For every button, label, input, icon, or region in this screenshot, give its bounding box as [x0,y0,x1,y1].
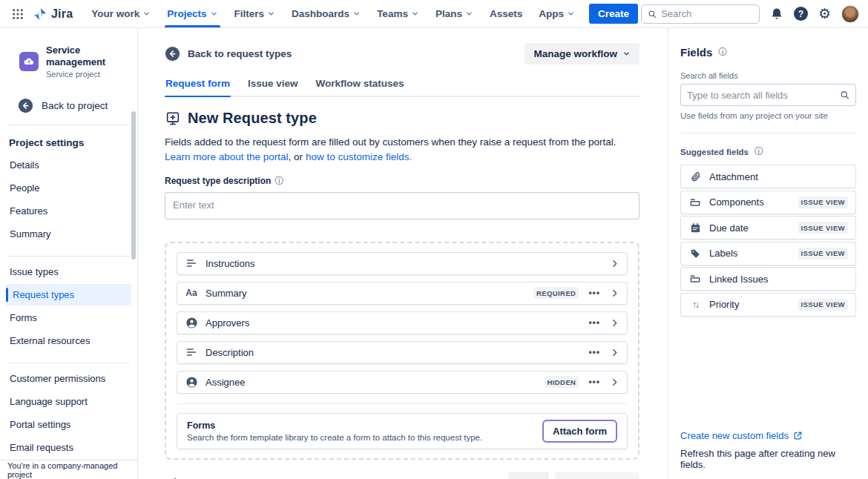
calendar-icon [688,222,702,234]
back-to-project-button[interactable]: Back to project [0,98,137,113]
attachment-icon [688,171,702,182]
project-settings-sidebar: Service management Service project Back … [0,28,138,479]
info-icon[interactable]: ⓘ [754,145,763,158]
save-changes-button[interactable]: Save changes [555,472,640,479]
attach-form-button[interactable]: Attach form [542,420,617,443]
nav-projects[interactable]: Projects [159,0,226,27]
info-icon[interactable]: ⓘ [274,175,283,188]
learn-more-portal-link[interactable]: Learn more about the portal [165,151,289,162]
sidebar-item-request-types[interactable]: Request types [6,284,131,305]
sidebar-item-features[interactable]: Features [6,200,131,222]
expand-chevron-icon[interactable] [610,259,619,268]
suggested-field-components[interactable]: Components ISSUE VIEW [680,191,856,214]
suggested-field-labels[interactable]: Labels ISSUE VIEW [680,242,856,265]
expand-chevron-icon[interactable] [610,318,619,328]
manage-workflow-button[interactable]: Manage workflow [525,43,640,65]
field-row-description[interactable]: Description ••• [177,341,628,364]
issue-view-badge: ISSUE VIEW [798,299,848,311]
back-arrow-icon [165,46,180,62]
tab-request-form[interactable]: Request form [165,78,231,96]
search-all-fields-label: Search all fields [680,71,856,80]
give-feedback-button[interactable]: Give feedback [165,476,249,479]
tab-workflow-statuses[interactable]: Workflow statuses [315,78,405,96]
jira-logo-text: Jira [51,7,73,21]
suggested-field-attachment[interactable]: Attachment [680,165,856,188]
sidebar-item-people[interactable]: People [6,177,131,199]
more-options-button[interactable]: ••• [586,316,602,329]
description-label: Request type description ⓘ [165,175,640,188]
suggested-fields-title: Suggested fields [680,148,749,156]
fields-search-input[interactable] [687,90,840,101]
create-new-custom-fields-link[interactable]: Create new custom fields [680,430,856,441]
request-type-icon [165,110,181,127]
sidebar-item-summary[interactable]: Summary [6,223,131,245]
more-options-button[interactable]: ••• [586,286,602,300]
issue-view-badge: ISSUE VIEW [798,196,848,208]
nav-assets[interactable]: Assets [481,0,530,27]
sidebar-scrollbar[interactable] [131,111,136,260]
nav-your-work[interactable]: Your work [83,0,159,27]
customize-fields-link[interactable]: how to customize fields. [306,151,412,162]
tab-issue-view[interactable]: Issue view [247,78,299,96]
request-type-editor: Back to request types Manage workflow Re… [138,28,668,479]
project-name: Service management [46,44,128,69]
nav-dashboards[interactable]: Dashboards [283,0,369,27]
tag-icon [688,248,702,259]
sidebar-item-external-resources[interactable]: External resources [6,330,131,351]
request-type-description-input[interactable] [165,192,640,219]
expand-chevron-icon[interactable] [610,288,619,298]
nav-filters[interactable]: Filters [226,0,284,27]
sidebar-item-email-requests[interactable]: Email requests [6,437,131,458]
field-row-summary[interactable]: Aa Summary REQUIRED ••• [177,282,628,305]
app-switcher-icon[interactable] [7,4,28,24]
megaphone-icon [165,476,178,479]
create-button[interactable]: Create [589,4,638,24]
user-avatar[interactable] [841,5,859,23]
chevron-down-icon [352,10,361,18]
more-options-button[interactable]: ••• [586,375,602,389]
suggested-field-priority[interactable]: ↑↓ Priority ISSUE VIEW [680,293,856,317]
field-row-approvers[interactable]: Approvers ••• [177,311,628,334]
chevron-down-icon [465,10,473,18]
project-type: Service project [46,70,128,79]
nav-plans[interactable]: Plans [427,0,481,27]
discard-button[interactable]: Discard [451,473,503,479]
fields-search[interactable] [680,84,856,106]
nav-teams[interactable]: Teams [369,0,427,27]
global-search-input[interactable] [661,8,753,19]
fields-panel: Fields ⓘ Search all fields Use fields fr… [668,28,868,479]
suggested-field-due-date[interactable]: Due date ISSUE VIEW [680,216,856,240]
expand-chevron-icon[interactable] [610,377,619,387]
chevron-down-icon [210,10,218,18]
component-icon [688,273,702,285]
more-options-button[interactable]: ••• [586,346,602,359]
suggested-field-linked-issues[interactable]: Linked Issues [680,267,856,291]
jira-logo-icon [33,7,47,22]
sidebar-item-forms[interactable]: Forms [6,307,131,328]
field-row-assignee[interactable]: Assignee HIDDEN ••• [177,371,628,394]
main-menu: Your work Projects Filters Dashboards Te… [83,0,583,27]
sidebar-item-issue-types[interactable]: Issue types [6,261,131,283]
request-form-builder: Instructions Aa Summary REQUIRED ••• [165,242,640,460]
expand-chevron-icon[interactable] [610,348,619,357]
back-to-project-label: Back to project [42,100,108,111]
info-icon[interactable]: ⓘ [718,46,727,59]
view-button[interactable]: View [508,472,549,479]
nav-apps[interactable]: Apps [530,0,583,27]
global-search[interactable] [641,4,760,24]
external-link-icon [793,431,803,440]
sidebar-item-language-support[interactable]: Language support [6,391,131,412]
search-icon [840,90,849,100]
notifications-bell-icon[interactable] [770,7,783,21]
settings-gear-icon[interactable]: ⚙ [818,7,831,21]
sidebar-section-title: Project settings [0,125,137,150]
jira-logo[interactable]: Jira [33,7,73,22]
back-to-request-types-button[interactable]: Back to request types [165,46,292,62]
sidebar-item-details[interactable]: Details [6,154,131,176]
help-icon[interactable]: ? [794,7,808,21]
sidebar-item-portal-settings[interactable]: Portal settings [6,414,131,435]
intro-text: Fields added to the request form are fil… [165,135,640,165]
field-row-instructions[interactable]: Instructions [177,252,628,275]
forms-section: Forms Search the form template library t… [177,413,628,449]
sidebar-item-customer-permissions[interactable]: Customer permissions [6,368,131,389]
